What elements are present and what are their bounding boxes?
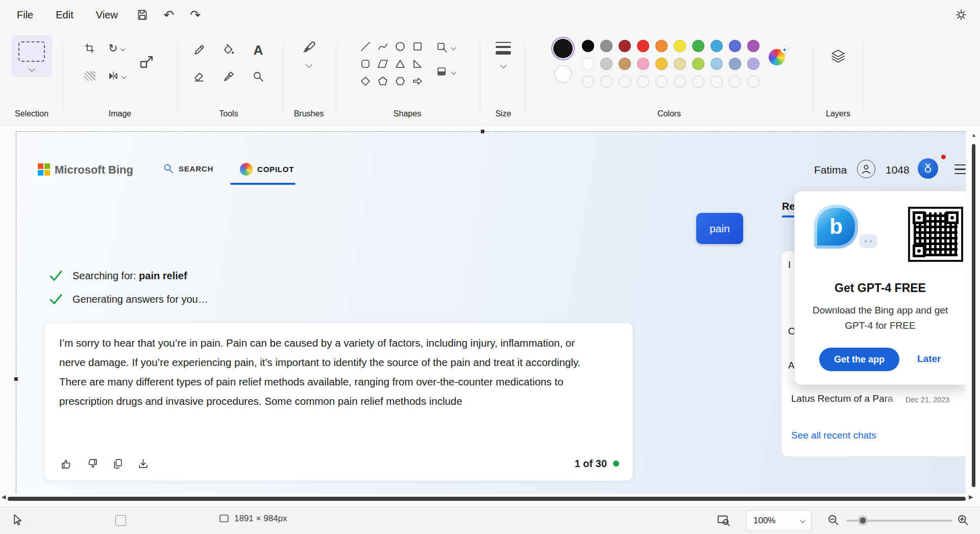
color-swatch-empty-3[interactable] (619, 76, 631, 88)
color-swatch-row1-3[interactable] (619, 40, 631, 52)
color-swatch-empty-2[interactable] (600, 76, 612, 88)
color-swatch-row2-5[interactable] (655, 58, 668, 70)
shape-fill-dropdown[interactable] (433, 63, 458, 81)
color1-swatch[interactable] (553, 39, 573, 58)
shape-diamond[interactable] (358, 74, 373, 89)
shape-curve[interactable] (375, 39, 390, 54)
color-swatch-row1-4[interactable] (637, 40, 649, 52)
transparent-selection-button[interactable] (79, 66, 101, 86)
paint-canvas[interactable]: Microsoft Bing SEARCH COPILOT Fatima (16, 131, 966, 494)
menu-edit[interactable]: Edit (46, 5, 83, 26)
undo-button[interactable]: ↶ (157, 4, 181, 26)
thumbs-up-button[interactable] (59, 456, 74, 471)
resize-button[interactable] (132, 48, 161, 77)
color-swatch-empty-8[interactable] (710, 76, 723, 88)
username-label[interactable]: Fatima (814, 164, 847, 176)
layers-button[interactable] (824, 43, 852, 69)
scroll-up-arrow[interactable]: ▲ (971, 133, 976, 138)
color-swatch-empty-5[interactable] (655, 76, 668, 88)
edit-colors-button[interactable]: + (769, 49, 785, 65)
color-swatch-row1-6[interactable] (674, 40, 686, 52)
shape-ellipse[interactable] (393, 39, 408, 54)
size-button[interactable] (496, 42, 511, 67)
person-icon (860, 163, 872, 175)
menu-button[interactable] (954, 164, 966, 174)
text-tool-button[interactable]: A (248, 40, 269, 60)
later-button[interactable]: Later (917, 353, 941, 365)
scroll-left-arrow[interactable]: ◀ (2, 494, 6, 500)
color-swatch-empty-1[interactable] (582, 76, 594, 88)
fill-tool-button[interactable] (218, 40, 239, 60)
recent-chat-item[interactable]: Latus Rectum of a Para (791, 393, 908, 404)
color-swatch-row1-1[interactable] (582, 40, 594, 52)
color-swatch-row1-5[interactable] (655, 40, 668, 52)
scroll-right-arrow[interactable]: ▶ (969, 494, 973, 500)
color-swatch-row2-6[interactable] (674, 58, 686, 70)
settings-button[interactable] (949, 4, 973, 26)
rotate-button[interactable]: ↻ (106, 39, 127, 58)
color-swatch-empty-4[interactable] (637, 76, 649, 88)
see-all-chats-link[interactable]: See all recent chats (791, 430, 876, 441)
canvas-resize-handle-left[interactable] (14, 377, 18, 381)
rewards-button[interactable] (918, 158, 938, 179)
shape-line[interactable] (358, 39, 373, 54)
color-picker-tool-button[interactable] (218, 67, 239, 86)
color-swatch-row1-8[interactable] (710, 40, 723, 52)
color-swatch-empty-7[interactable] (692, 76, 704, 88)
color-swatch-row2-2[interactable] (600, 58, 612, 70)
selection-tool-button[interactable] (12, 36, 52, 77)
zoom-out-button[interactable] (827, 514, 840, 526)
profile-button[interactable] (857, 160, 875, 178)
shape-right-triangle[interactable] (410, 56, 425, 71)
color-swatch-empty-10[interactable] (747, 76, 760, 88)
shape-rounded-rectangle[interactable] (358, 56, 373, 71)
thumbs-down-button[interactable] (85, 456, 99, 471)
color-swatch-row1-10[interactable] (747, 40, 760, 52)
color-swatch-row1-2[interactable] (600, 40, 612, 52)
color-swatch-row2-3[interactable] (619, 58, 631, 70)
shape-rectangle[interactable] (410, 39, 425, 54)
color-swatch-row2-8[interactable] (710, 58, 723, 70)
tab-search[interactable]: SEARCH (163, 163, 213, 174)
color-swatch-row2-1[interactable] (582, 58, 594, 70)
zoom-slider-handle[interactable] (859, 516, 867, 525)
color-swatch-row2-7[interactable] (692, 58, 704, 70)
shape-pentagon[interactable] (375, 74, 390, 89)
zoom-level-dropdown[interactable]: 100% (746, 510, 812, 531)
color-swatch-empty-9[interactable] (729, 76, 741, 88)
color-swatch-row2-9[interactable] (729, 58, 741, 70)
pencil-tool-button[interactable] (188, 40, 210, 60)
get-the-app-button[interactable]: Get the app (819, 348, 899, 371)
menu-file[interactable]: File (7, 5, 43, 26)
shape-hexagon[interactable] (393, 74, 408, 89)
shape-triangle[interactable] (393, 56, 408, 71)
magnifier-tool-button[interactable] (248, 67, 269, 86)
shape-arrow-right[interactable] (410, 74, 425, 89)
color2-swatch[interactable] (554, 65, 572, 83)
save-button[interactable] (131, 4, 154, 26)
group-label-colors: Colors (657, 109, 681, 119)
crop-button[interactable] (79, 39, 101, 58)
color-swatch-empty-6[interactable] (674, 76, 686, 88)
vertical-scrollbar[interactable] (972, 144, 975, 487)
tab-copilot[interactable]: COPILOT (240, 163, 294, 176)
download-icon (137, 458, 149, 470)
color-swatch-row1-7[interactable] (692, 40, 704, 52)
brushes-button[interactable] (302, 41, 316, 67)
color-swatch-row1-9[interactable] (729, 40, 741, 52)
copy-button[interactable] (110, 456, 125, 471)
horizontal-scrollbar[interactable] (8, 497, 966, 501)
color-swatch-row2-4[interactable] (637, 58, 649, 70)
canvas-resize-handle-top[interactable] (480, 129, 485, 134)
export-button[interactable] (136, 456, 150, 471)
zoom-to-fit-button[interactable] (717, 514, 730, 527)
redo-button[interactable]: ↷ (184, 4, 207, 26)
color-swatch-row2-10[interactable] (747, 58, 760, 70)
menu-view[interactable]: View (86, 5, 128, 26)
flip-button[interactable] (106, 66, 127, 86)
shape-outline-dropdown[interactable] (433, 39, 458, 56)
shape-quadrilateral[interactable] (375, 56, 390, 71)
zoom-in-button[interactable] (957, 514, 969, 526)
bing-brand[interactable]: Microsoft Bing (55, 163, 133, 177)
eraser-tool-button[interactable] (188, 67, 210, 86)
